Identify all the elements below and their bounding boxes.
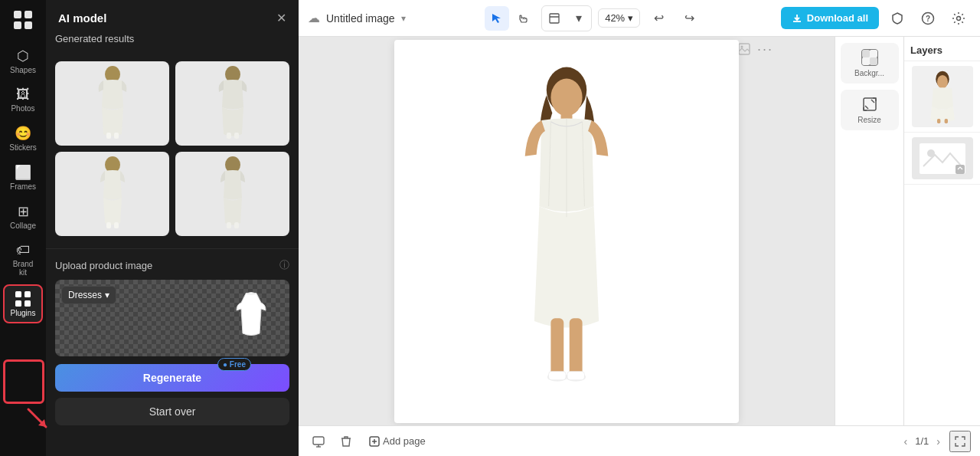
dress-dropdown[interactable]: Dresses ▾: [61, 286, 116, 304]
regenerate-button[interactable]: ● Free Regenerate: [55, 364, 289, 392]
sidebar-item-shapes-label: Shapes: [10, 66, 36, 74]
background-icon: [861, 49, 878, 66]
hand-tool-button[interactable]: [511, 6, 535, 31]
svg-rect-14: [227, 133, 231, 139]
sidebar-item-photos[interactable]: 🖼 Photos: [3, 82, 43, 117]
sidebar-item-shapes[interactable]: ⬡ Shapes: [3, 43, 43, 79]
generated-results-grid: [46, 61, 299, 248]
result-thumb-4[interactable]: [175, 152, 289, 236]
redo-button[interactable]: ↪: [677, 6, 701, 31]
page-info: 1/1: [915, 435, 929, 447]
sidebar-item-plugins[interactable]: Plugins: [3, 284, 43, 323]
next-page-button[interactable]: ›: [933, 434, 943, 449]
sidebar-item-collage-label: Collage: [10, 221, 36, 230]
svg-rect-18: [114, 222, 119, 228]
stickers-icon: 😊: [15, 125, 31, 142]
layer-item-1[interactable]: [904, 61, 980, 133]
panel-close-button[interactable]: ✕: [276, 11, 286, 25]
download-button[interactable]: Download all: [781, 7, 879, 29]
title-chevron-icon[interactable]: ▾: [401, 13, 406, 24]
expand-button[interactable]: [949, 431, 971, 452]
tool-group: [485, 6, 535, 31]
svg-rect-41: [862, 57, 870, 65]
shield-button[interactable]: [885, 6, 910, 31]
panel-title: AI model: [58, 11, 106, 25]
svg-point-48: [937, 75, 948, 89]
sidebar-item-frames[interactable]: ⬜ Frames: [3, 159, 43, 195]
canvas-more-options-button[interactable]: ···: [757, 41, 773, 57]
present-button[interactable]: [308, 431, 329, 452]
dress-dropdown-value: Dresses: [68, 290, 102, 300]
layers-title: Layers: [904, 37, 980, 61]
svg-rect-6: [15, 300, 21, 307]
regenerate-label: Regenerate: [143, 372, 201, 384]
svg-rect-32: [550, 318, 564, 376]
prev-page-button[interactable]: ‹: [901, 434, 911, 449]
svg-rect-3: [24, 21, 32, 29]
svg-rect-55: [313, 437, 324, 445]
svg-rect-5: [24, 291, 31, 297]
start-over-button[interactable]: Start over: [55, 398, 289, 425]
svg-rect-36: [549, 371, 566, 379]
svg-rect-22: [550, 14, 559, 23]
help-button[interactable]: ?: [916, 6, 940, 31]
add-page-label: Add page: [383, 435, 426, 447]
upload-header: Upload product image ⓘ: [55, 258, 289, 272]
svg-rect-37: [567, 371, 584, 379]
chevron-down-icon: ▾: [105, 290, 109, 300]
expand-icon: [955, 436, 965, 447]
svg-rect-42: [870, 57, 877, 65]
svg-rect-21: [234, 222, 239, 228]
add-page-button[interactable]: Add page: [363, 432, 432, 450]
svg-rect-50: [944, 119, 947, 123]
info-icon[interactable]: ⓘ: [279, 258, 289, 272]
select-tool-button[interactable]: [485, 6, 509, 31]
background-panel-item[interactable]: Backgr...: [841, 43, 899, 84]
layer-item-2[interactable]: [904, 133, 980, 185]
svg-point-53: [927, 149, 935, 157]
zoom-control[interactable]: 42% ▾: [598, 8, 640, 28]
canvas-page[interactable]: [394, 40, 739, 423]
layer-thumb-2: [912, 137, 973, 179]
svg-line-44: [871, 100, 874, 103]
bottom-bar: Add page ‹ 1/1 ›: [299, 425, 980, 456]
resize-panel-item[interactable]: Resize: [841, 90, 899, 130]
app-logo[interactable]: [9, 6, 37, 34]
help-icon: ?: [921, 11, 935, 25]
svg-point-28: [741, 46, 743, 48]
panel-header: AI model ✕: [46, 0, 299, 33]
trash-icon: [341, 435, 351, 448]
undo-button[interactable]: ↩: [646, 6, 671, 31]
svg-rect-20: [227, 222, 231, 228]
background-label: Backgr...: [854, 69, 884, 77]
sidebar-item-collage[interactable]: ⊞ Collage: [3, 198, 43, 235]
layer-figure-icon: [916, 70, 969, 123]
download-icon: [792, 13, 802, 24]
sidebar-item-brand-kit-label: Brandkit: [13, 260, 34, 277]
settings-button[interactable]: [946, 6, 971, 31]
canvas-view-chevron[interactable]: ▾: [567, 6, 591, 31]
result-thumb-2[interactable]: [175, 61, 289, 146]
delete-page-button[interactable]: [335, 431, 357, 452]
dress-preview: [228, 287, 274, 349]
svg-rect-7: [24, 300, 31, 307]
resize-label: Resize: [858, 116, 881, 124]
svg-rect-1: [24, 11, 32, 18]
icon-sidebar: ⬡ Shapes 🖼 Photos 😊 Stickers ⬜ Frames ⊞ …: [0, 0, 46, 456]
result-thumb-3[interactable]: [55, 152, 169, 236]
svg-text:?: ?: [926, 15, 930, 23]
sidebar-item-brand-kit[interactable]: 🏷 Brandkit: [3, 238, 43, 281]
canvas-view-button[interactable]: [542, 6, 567, 31]
upload-area[interactable]: Dresses ▾: [55, 280, 289, 356]
svg-point-26: [957, 16, 961, 20]
ai-model-panel: AI model ✕ Generated results: [46, 0, 299, 456]
shapes-icon: ⬡: [17, 48, 29, 64]
model-figure: [482, 63, 651, 400]
result-thumb-1[interactable]: [55, 61, 169, 146]
svg-rect-2: [14, 21, 21, 29]
document-title: Untitled image: [326, 12, 395, 25]
svg-rect-39: [862, 50, 870, 57]
download-label: Download all: [807, 12, 868, 24]
sidebar-item-frames-label: Frames: [10, 182, 36, 191]
sidebar-item-stickers[interactable]: 😊 Stickers: [3, 120, 43, 156]
